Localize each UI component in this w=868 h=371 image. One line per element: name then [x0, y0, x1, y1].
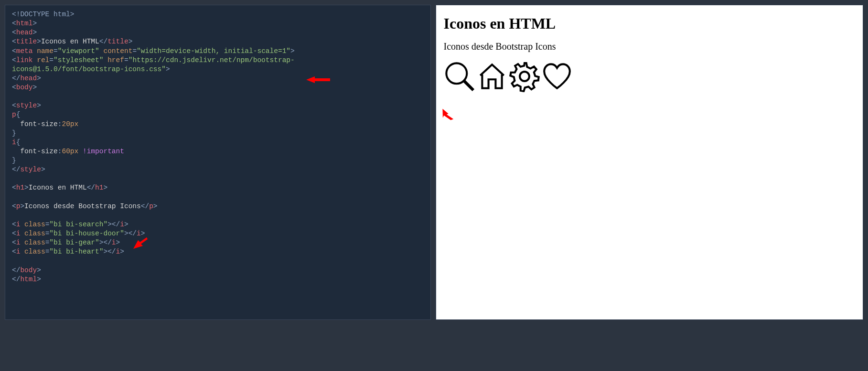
code-token: class: [24, 248, 45, 255]
code-token: bi bi-search: [54, 221, 103, 228]
code-token: <: [12, 202, 16, 210]
code-token: =: [54, 47, 58, 55]
code-token: title: [107, 38, 129, 45]
code-token: =: [132, 47, 137, 55]
code-token: ></: [107, 221, 120, 228]
code-token: bi bi-house-door: [54, 230, 120, 237]
code-token: bi bi-gear: [54, 239, 95, 246]
code-token: i: [116, 248, 120, 255]
code-token: <: [12, 20, 16, 27]
code-token: >: [129, 38, 133, 45]
code-token: https://cdn.jsdelivr.net/npm/bootstrap-: [132, 56, 294, 64]
svg-point-2: [446, 63, 467, 84]
house-icon: [476, 61, 508, 94]
svg-marker-1: [133, 237, 148, 249]
code-token: >: [33, 20, 37, 27]
code-token: i: [16, 248, 21, 255]
code-editor[interactable]: <!DOCTYPE html> <html> <head> <title>Ico…: [5, 5, 431, 320]
code-token: h1: [16, 184, 24, 191]
code-token: <: [12, 239, 16, 246]
code-token: =: [49, 56, 54, 64]
code-token: ": [49, 239, 54, 246]
code-token: stylesheet: [58, 56, 99, 64]
code-token: class: [24, 239, 45, 246]
code-token: ></: [99, 239, 112, 246]
code-token: ": [137, 47, 141, 55]
code-token: bi bi-heart: [54, 248, 99, 255]
code-token: ": [161, 65, 166, 73]
code-token: >: [120, 248, 124, 255]
code-token: <: [12, 29, 16, 36]
code-token: <: [12, 221, 16, 228]
svg-marker-5: [439, 108, 453, 121]
code-token: >: [124, 221, 129, 228]
code-token: 20px: [62, 120, 78, 128]
code-token: Iconos en HTML: [29, 184, 87, 191]
code-token: <: [12, 184, 16, 191]
code-token: >: [37, 266, 41, 274]
code-token: >: [33, 29, 37, 36]
code-token: i: [16, 221, 21, 228]
code-token: i: [112, 239, 116, 246]
code-token: </: [12, 166, 20, 173]
code-token: <: [12, 47, 16, 55]
code-token: name: [37, 47, 54, 55]
code-token: ></: [103, 248, 116, 255]
heart-icon: [541, 61, 573, 94]
code-token: style: [20, 166, 41, 173]
code-token: Iconos desde Bootstrap Icons: [24, 202, 141, 210]
code-token: html: [20, 276, 37, 283]
code-token: i: [16, 230, 21, 237]
code-token: link: [16, 56, 33, 64]
annotation-arrow-icon: [133, 219, 158, 268]
gear-icon: [509, 61, 540, 94]
code-token: =: [124, 56, 129, 64]
code-token: <: [12, 84, 16, 91]
code-token: p: [12, 111, 16, 118]
search-icon: [444, 61, 475, 94]
code-token: class: [24, 230, 45, 237]
code-token: {: [16, 138, 21, 146]
code-token: </: [87, 184, 95, 191]
code-token: >: [166, 65, 170, 73]
code-token: width=device-width, initial-scale=1: [141, 47, 287, 55]
code-token: i: [137, 230, 141, 237]
code-token: p: [149, 202, 153, 210]
code-token: Iconos en HTML: [41, 38, 99, 45]
page-title: Iconos en HTML: [444, 15, 856, 32]
code-token: }: [12, 157, 16, 164]
code-token: </: [12, 276, 20, 283]
code-token: ": [95, 239, 99, 246]
code-token: <: [12, 230, 16, 237]
code-token: body: [20, 266, 37, 274]
code-token: ": [49, 248, 54, 255]
code-token: >: [33, 84, 37, 91]
code-token: ": [54, 56, 58, 64]
code-token: i: [12, 138, 16, 146]
code-token: </: [141, 202, 149, 210]
code-token: head: [16, 29, 33, 36]
code-token: <: [12, 38, 16, 45]
code-token: >: [153, 202, 158, 210]
code-token: >: [41, 166, 45, 173]
code-token: {: [16, 111, 21, 118]
code-token: <: [12, 248, 16, 255]
page-subtitle: Iconos desde Bootstrap Icons: [444, 41, 856, 52]
code-token: font-size: [20, 148, 57, 155]
code-token: >: [24, 184, 29, 191]
code-token: style: [16, 102, 37, 109]
svg-marker-0: [306, 76, 330, 83]
code-token: rel: [37, 56, 49, 64]
code-token: ": [49, 221, 54, 228]
code-token: </: [99, 38, 107, 45]
code-token: ": [95, 47, 99, 55]
icon-row: [444, 61, 856, 94]
code-token: html: [16, 20, 33, 27]
code-token: >: [20, 202, 24, 210]
code-token: icons@1.5.0/font/bootstrap-icons.css: [12, 65, 161, 73]
code-token: class: [24, 221, 45, 228]
code-token: h1: [95, 184, 103, 191]
code-token: >: [37, 102, 41, 109]
code-token: viewport: [62, 47, 95, 55]
code-token: ": [120, 230, 124, 237]
